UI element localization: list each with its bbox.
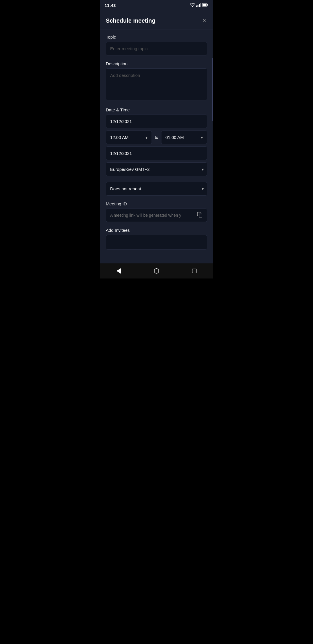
end-time-select[interactable]: 01:00 AM ▾ [161,131,207,144]
meeting-id-group: Meeting ID [106,201,207,222]
end-time-value: 01:00 AM [165,135,184,140]
meeting-id-wrapper [106,209,207,222]
end-time-chevron-icon: ▾ [201,135,203,140]
schedule-meeting-modal: Schedule meeting × Topic Description Dat… [100,10,213,263]
battery-icon [202,3,208,8]
topic-input[interactable] [106,42,207,55]
scrollbar-track [212,37,213,248]
invitees-input-area[interactable] [106,235,207,249]
time-to-label: to [155,135,158,140]
timezone-select[interactable]: Europe/Kiev GMT+2 [106,162,207,176]
topic-label: Topic [106,35,207,39]
navigation-bar [100,263,213,278]
svg-rect-2 [199,4,200,7]
description-input[interactable] [106,68,207,100]
modal-body: Topic Description Date & Time 12:00 [100,30,213,263]
add-invitees-label: Add Invitees [106,228,207,233]
svg-rect-6 [203,4,207,6]
modal-container: Schedule meeting × Topic Description Dat… [100,10,213,263]
close-button[interactable]: × [201,16,207,25]
wifi-icon [190,3,195,8]
signal-icon [196,3,201,8]
recent-button[interactable] [186,266,202,276]
end-date-input[interactable] [106,146,207,160]
status-icons [190,3,208,8]
recent-icon [192,269,196,273]
svg-rect-1 [198,5,199,7]
copy-meeting-link-button[interactable] [196,211,204,220]
add-invitees-group: Add Invitees [106,228,207,249]
svg-rect-0 [196,6,197,7]
back-button[interactable] [111,266,127,276]
start-date-input[interactable] [106,115,207,128]
modal-header: Schedule meeting × [100,10,213,30]
end-time-wrapper: 01:00 AM ▾ [161,131,207,144]
scrollbar-thumb [212,58,213,121]
home-button[interactable] [148,266,165,276]
meeting-id-label: Meeting ID [106,201,207,206]
datetime-group: Date & Time 12:00 AM ▾ to [106,107,207,176]
time-row: 12:00 AM ▾ to 01:00 AM ▾ [106,131,207,144]
status-bar: 11:43 [100,0,213,10]
svg-rect-7 [199,214,202,218]
start-time-select[interactable]: 12:00 AM ▾ [106,131,152,144]
start-time-value: 12:00 AM [110,135,128,140]
repeat-select[interactable]: Does not repeat [106,182,207,196]
timezone-wrapper: Europe/Kiev GMT+2 ▾ [106,162,207,176]
topic-group: Topic [106,35,207,55]
status-time: 11:43 [105,3,116,8]
home-icon [154,268,159,274]
start-time-chevron-icon: ▾ [145,135,148,140]
meeting-id-input[interactable] [106,209,207,222]
repeat-group: Does not repeat ▾ [106,182,207,196]
back-icon [117,268,121,274]
modal-title: Schedule meeting [106,17,155,24]
repeat-wrapper: Does not repeat ▾ [106,182,207,196]
description-label: Description [106,61,207,66]
datetime-label: Date & Time [106,107,207,112]
svg-rect-3 [200,3,201,7]
svg-rect-5 [208,4,208,6]
start-time-wrapper: 12:00 AM ▾ [106,131,152,144]
description-group: Description [106,61,207,102]
